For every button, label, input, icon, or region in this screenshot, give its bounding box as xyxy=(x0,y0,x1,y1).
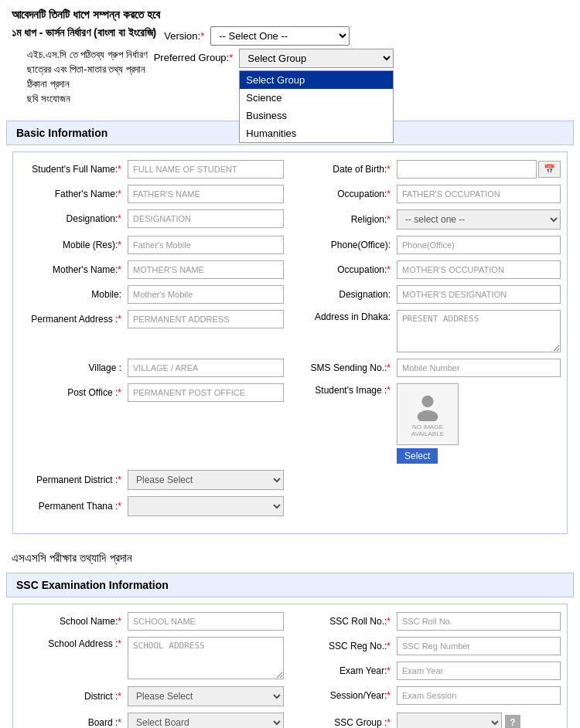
school-address-textarea[interactable] xyxy=(128,637,284,679)
sms-label: SMS Sending No.:* xyxy=(296,362,397,373)
perm-thana-label: Permanent Thana :* xyxy=(19,501,128,512)
col-session: Session/Year:* xyxy=(284,686,561,705)
group-dropdown-wrap: Select Group Science Business Humanities… xyxy=(239,49,394,68)
group-option-select[interactable]: Select Group xyxy=(240,71,393,89)
col-mother-name: Mother's Name:* xyxy=(19,260,284,279)
dhaka-address-textarea[interactable] xyxy=(397,310,561,352)
basic-info-section: Student's Full Name:* Date of Birth:* 📅 … xyxy=(12,151,568,534)
group-option-business[interactable]: Business xyxy=(240,107,393,124)
religion-label: Religion:* xyxy=(296,214,397,225)
dhaka-address-label: Address in Dhaka: xyxy=(296,310,397,322)
col-student-name: Student's Full Name:* xyxy=(19,160,284,179)
dob-label: Date of Birth:* xyxy=(296,164,397,175)
village-input[interactable] xyxy=(128,359,284,377)
student-name-input[interactable] xyxy=(128,160,284,179)
father-occupation-label: Occupation:* xyxy=(296,189,397,199)
step-label: ১ম ধাপ - ভার্সন নির্ধারণ (বাংলা বা ইংরেজ… xyxy=(12,26,156,39)
row-perm-thana: Permanent Thana :* xyxy=(19,496,561,516)
col-ssc-group: SSC Group :* ? xyxy=(284,713,561,728)
ssc-group-select[interactable] xyxy=(397,713,502,728)
mobile-res-label: Mobile (Res):* xyxy=(19,240,128,250)
dob-input[interactable] xyxy=(397,160,537,179)
school-name-label: School Name:* xyxy=(19,616,128,627)
row-perm-district: Permanent District :* Please Select xyxy=(19,470,561,490)
dob-input-wrap: 📅 xyxy=(397,160,561,179)
session-input[interactable] xyxy=(397,686,561,705)
svg-point-1 xyxy=(418,410,438,420)
top-instructions: আবেদনটি তিনটি ধাপে সম্পন্ন করতে হবে ১ম ধ… xyxy=(0,0,580,113)
col-mobile-res: Mobile (Res):* xyxy=(19,236,284,254)
col-perm-thana: Permanent Thana :* xyxy=(19,496,284,516)
group-label: Preferred Group:* xyxy=(154,49,234,63)
father-name-input[interactable] xyxy=(128,185,284,203)
col-post-office: Post Office :* xyxy=(19,383,284,402)
row-school-sscroll: School Name:* SSC Roll No.:* xyxy=(19,612,561,631)
image-upload-box: NO IMAGE AVAILABLE Select xyxy=(397,383,459,464)
ssc-section-title: এসএসসি পরীক্ষার তথ্যাদি প্রদান xyxy=(0,540,580,568)
school-address-label: School Address :* xyxy=(19,637,128,649)
mother-mobile-input[interactable] xyxy=(128,285,284,304)
col-mother-mobile: Mobile: xyxy=(19,285,284,304)
perm-thana-select[interactable] xyxy=(128,496,284,516)
col-school-address: School Address :* xyxy=(19,637,284,679)
col-sms: SMS Sending No.:* xyxy=(284,359,561,377)
col-village: Village : xyxy=(19,359,284,377)
post-office-input[interactable] xyxy=(128,383,284,402)
mother-name-input[interactable] xyxy=(128,260,284,279)
col-father-name: Father's Name:* xyxy=(19,185,284,203)
exam-year-input[interactable] xyxy=(397,662,561,680)
row-post-office-image: Post Office :* Student's Image :* NO IMA… xyxy=(19,383,561,464)
col-dhaka-address: Address in Dhaka: xyxy=(284,310,561,352)
designation-input[interactable] xyxy=(128,209,284,228)
group-option-humanities[interactable]: Humanities xyxy=(240,124,393,142)
row-mother-mobile-designation: Mobile: Designation: xyxy=(19,285,561,304)
mobile-res-input[interactable] xyxy=(128,236,284,254)
sub-step-1: এইচ.এস.সি তে পঠিতব্য গ্রুপ নির্ধারণ xyxy=(27,49,148,61)
row-father-occupation: Father's Name:* Occupation:* xyxy=(19,185,561,203)
ssc-group-label: SSC Group :* xyxy=(296,717,397,728)
father-name-label: Father's Name:* xyxy=(19,189,128,199)
col-ssc-reg: SSC Reg No.:* Exam Year:* xyxy=(284,637,561,680)
version-select[interactable]: -- Select One -- xyxy=(210,26,350,46)
phone-office-input[interactable] xyxy=(397,236,561,254)
ssc-reg-label: SSC Reg No.:* xyxy=(296,641,397,651)
mother-designation-input[interactable] xyxy=(397,285,561,304)
board-select[interactable]: Select Board xyxy=(128,713,284,728)
perm-district-select[interactable]: Please Select xyxy=(128,470,284,490)
ssc-group-help-button[interactable]: ? xyxy=(505,715,520,728)
mother-occupation-input[interactable] xyxy=(397,260,561,279)
school-name-input[interactable] xyxy=(128,612,284,631)
father-occupation-input[interactable] xyxy=(397,185,561,203)
ssc-roll-input[interactable] xyxy=(397,612,561,631)
mother-name-label: Mother's Name:* xyxy=(19,264,128,275)
student-name-label: Student's Full Name:* xyxy=(19,164,128,175)
col-ssc-roll: SSC Roll No.:* xyxy=(284,612,561,631)
col-religion: Religion:* -- select one -- xyxy=(284,209,561,230)
calendar-button[interactable]: 📅 xyxy=(538,161,561,178)
row-student-dob: Student's Full Name:* Date of Birth:* 📅 xyxy=(19,160,561,179)
perm-address-label: Permanent Address :* xyxy=(19,314,128,325)
row-mobile-phone: Mobile (Res):* Phone(Office): xyxy=(19,236,561,254)
col-school-name: School Name:* xyxy=(19,612,284,631)
main-title: আবেদনটি তিনটি ধাপে সম্পন্ন করতে হবে xyxy=(12,8,568,22)
version-label: Version:* xyxy=(164,30,204,42)
ssc-district-label: District :* xyxy=(19,691,128,702)
col-ssc-district: District :* Please Select xyxy=(19,686,284,706)
religion-select[interactable]: -- select one -- xyxy=(397,209,561,230)
sms-input[interactable] xyxy=(397,359,561,377)
row-school-address-reg: School Address :* SSC Reg No.:* Exam Yea… xyxy=(19,637,561,680)
ssc-district-select[interactable]: Please Select xyxy=(128,686,284,706)
group-select[interactable]: Select Group Science Business Humanities xyxy=(239,49,394,68)
ssc-reg-row: SSC Reg No.:* xyxy=(296,637,561,655)
perm-address-input[interactable] xyxy=(128,310,284,328)
col-board: Board :* Select Board xyxy=(19,713,284,728)
ssc-info-header: SSC Examination Information xyxy=(6,573,574,597)
col-perm-address: Permanent Address :* xyxy=(19,310,284,328)
person-silhouette-icon xyxy=(413,392,442,421)
designation-label: Designation:* xyxy=(19,213,128,224)
group-option-science[interactable]: Science xyxy=(240,89,393,107)
ssc-reg-input[interactable] xyxy=(397,637,561,655)
row-designation-religion: Designation:* Religion:* -- select one -… xyxy=(19,209,561,230)
col-designation: Designation:* xyxy=(19,209,284,228)
select-image-button[interactable]: Select xyxy=(397,448,438,464)
